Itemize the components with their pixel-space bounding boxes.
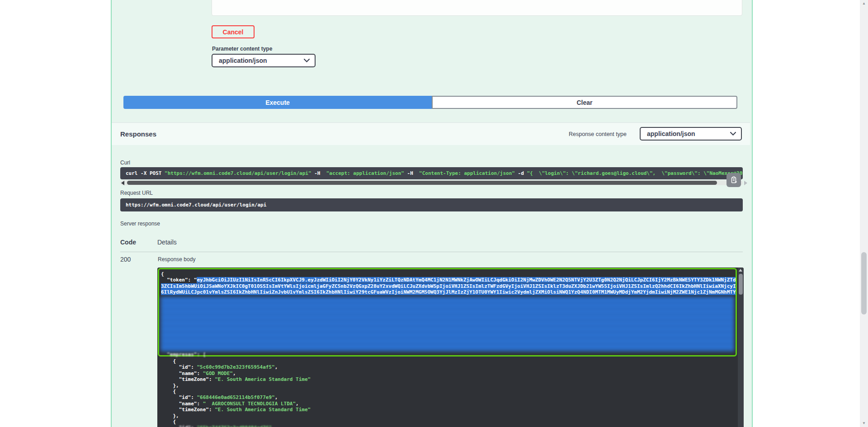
response-content-type-select[interactable]: application/json (640, 127, 742, 141)
response-body-block: { "token": "eyJhbGciOiJIUzI1NiIsInR5cCI6… (157, 267, 744, 427)
details-column-header: Details (157, 239, 177, 246)
clipboard-icon (730, 176, 738, 184)
copy-to-clipboard-button[interactable] (726, 173, 741, 187)
page-scrollbar-track[interactable]: ▲ ▼ (860, 0, 868, 427)
status-code: 200 (120, 256, 131, 263)
response-body-label: Response body (158, 256, 195, 263)
page-scrollbar-thumb[interactable] (861, 252, 867, 314)
scroll-right-arrow-icon[interactable] (744, 181, 747, 185)
token-blurred-region (160, 296, 734, 352)
chevron-down-icon (304, 59, 310, 62)
token-highlight-box: { "token": "eyJhbGciOiJIUzI1NiIsInR5cCI6… (158, 268, 737, 357)
request-url-label: Request URL (120, 190, 153, 196)
parameter-content-type-select[interactable]: application/json (212, 54, 316, 67)
page-scroll-down-icon[interactable]: ▼ (862, 421, 866, 425)
curl-command: curl -X POST "https://wfm.omni.code7.clo… (120, 167, 743, 179)
table-divider (120, 252, 743, 252)
responses-title: Responses (120, 130, 156, 138)
execute-button[interactable]: Execute (123, 96, 432, 109)
request-body-textarea[interactable] (212, 0, 742, 16)
cancel-button[interactable]: Cancel (212, 25, 255, 38)
response-json-lines: { "id": "5c60c99d7b2e323f65954af5", "nam… (161, 358, 311, 427)
empresas-key-line: "empresas": [ (161, 352, 206, 357)
token-text: { "token": "eyJhbGciOiJIUzI1NiIsInR5cCI6… (161, 271, 735, 296)
server-response-label: Server response (120, 221, 160, 227)
parameter-content-type-value: application/json (219, 57, 267, 64)
response-scrollbar-track[interactable] (738, 267, 744, 427)
parameter-content-type-label: Parameter content type (212, 46, 272, 52)
curl-scrollbar-thumb[interactable] (127, 181, 717, 185)
scroll-left-arrow-icon[interactable] (121, 181, 124, 185)
response-content-type-label: Response content type (569, 131, 627, 137)
curl-label: Curl (120, 160, 130, 166)
response-content-type-value: application/json (647, 130, 695, 137)
code-column-header: Code (120, 239, 136, 246)
swagger-page: Cancel Parameter content type applicatio… (0, 0, 868, 427)
response-scrollbar-thumb[interactable] (739, 274, 743, 295)
request-url-value: https://wfm.omni.code7.cloud/api/user/lo… (120, 198, 743, 211)
chevron-down-icon (730, 132, 736, 136)
scroll-up-arrow-icon[interactable] (739, 269, 742, 272)
page-scroll-up-icon[interactable]: ▲ (862, 1, 866, 5)
clear-button[interactable]: Clear (432, 96, 737, 109)
